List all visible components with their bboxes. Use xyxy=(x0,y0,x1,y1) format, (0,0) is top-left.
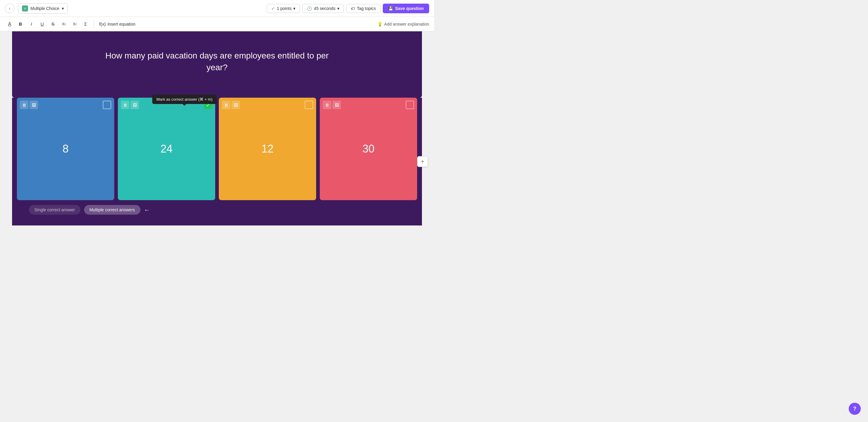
question-type-icon: ≡ xyxy=(22,5,28,11)
save-icon: 💾 xyxy=(388,6,393,11)
question-text[interactable]: How many paid vacation days are employee… xyxy=(96,50,338,73)
answers-area: Mark as correct answer (⌘ + m) 🗑 🖼 8 🗑 🖼 xyxy=(12,98,422,225)
toolbar-divider xyxy=(93,21,94,28)
tag-label: Tag topics xyxy=(357,6,376,11)
card-4-delete-button[interactable]: 🗑 xyxy=(323,101,331,109)
text-format-button[interactable]: A xyxy=(5,19,14,29)
question-type-label: Multiple Choice xyxy=(30,6,59,11)
answer-card-1-value: 8 xyxy=(62,143,68,155)
superscript-button[interactable]: X2 xyxy=(59,19,69,29)
strikethrough-button[interactable]: S xyxy=(48,19,58,29)
tag-icon: 🏷 xyxy=(351,6,355,11)
check-icon: ✓ xyxy=(271,6,275,11)
chevron-down-icon: ▾ xyxy=(337,6,339,11)
card-4-check-button[interactable] xyxy=(406,101,414,109)
card-2-actions: 🗑 🖼 xyxy=(121,101,139,109)
save-label: Save question xyxy=(395,6,424,11)
card-3-check-button[interactable] xyxy=(305,101,313,109)
card-1-image-button[interactable]: 🖼 xyxy=(30,101,38,109)
italic-button[interactable]: I xyxy=(27,19,36,29)
answer-card-3-value: 12 xyxy=(261,143,273,155)
subscript-button[interactable]: X2 xyxy=(70,19,80,29)
add-explanation-button[interactable]: 💡 Add answer explanation xyxy=(377,22,429,27)
card-1-delete-button[interactable]: 🗑 xyxy=(20,101,28,109)
tag-button[interactable]: 🏷 Tag topics xyxy=(346,4,380,13)
card-3-delete-button[interactable]: 🗑 xyxy=(222,101,230,109)
card-1-check-button[interactable] xyxy=(103,101,111,109)
equation-icon: f(x) xyxy=(99,21,106,27)
bold-button[interactable]: B xyxy=(16,19,25,29)
card-3-image-button[interactable]: 🖼 xyxy=(231,101,240,109)
answer-card-1[interactable]: 🗑 🖼 8 xyxy=(17,98,114,200)
card-2-delete-button[interactable]: 🗑 xyxy=(121,101,129,109)
back-button[interactable]: ‹ xyxy=(5,4,14,13)
card-2-image-button[interactable]: 🖼 xyxy=(130,101,139,109)
insert-equation-button[interactable]: f(x) Insert equation xyxy=(97,21,138,27)
time-label: 45 seconds xyxy=(314,6,336,11)
single-correct-button[interactable]: Single correct answer xyxy=(29,205,81,215)
card-3-actions: 🗑 🖼 xyxy=(222,101,240,109)
answer-card-4[interactable]: 🗑 🖼 30 xyxy=(320,98,417,200)
answer-card-2[interactable]: 🗑 🖼 ✓ 24 xyxy=(118,98,215,200)
lightbulb-icon: 💡 xyxy=(377,22,382,27)
sigma-button[interactable]: Σ xyxy=(81,19,90,29)
card-4-image-button[interactable]: 🖼 xyxy=(333,101,341,109)
chevron-down-icon: ▾ xyxy=(293,6,296,11)
points-button[interactable]: ✓ 1 points ▾ xyxy=(267,4,300,13)
chevron-down-icon: ▾ xyxy=(62,6,64,11)
card-4-actions: 🗑 🖼 xyxy=(323,101,341,109)
clock-icon: 🕐 xyxy=(307,6,312,11)
nav-right: ✓ 1 points ▾ 🕐 45 seconds ▾ 🏷 Tag topics… xyxy=(267,4,429,13)
card-1-actions: 🗑 🖼 xyxy=(20,101,38,109)
underline-button[interactable]: U xyxy=(37,19,47,29)
toolbar: A B I U S X2 X2 Σ f(x) Insert equation 💡… xyxy=(0,17,434,31)
answer-card-4-value: 30 xyxy=(362,143,374,155)
question-type-selector[interactable]: ≡ Multiple Choice ▾ xyxy=(18,3,68,13)
answer-card-3[interactable]: 🗑 🖼 12 xyxy=(219,98,316,200)
main-content: How many paid vacation days are employee… xyxy=(0,31,434,225)
question-area: How many paid vacation days are employee… xyxy=(12,31,422,98)
time-button[interactable]: 🕐 45 seconds ▾ xyxy=(302,4,344,13)
save-button[interactable]: 💾 Save question xyxy=(383,4,429,13)
tooltip: Mark as correct answer (⌘ + m) xyxy=(152,95,217,104)
multiple-correct-button[interactable]: Multiple correct answers xyxy=(84,205,141,215)
add-answer-button[interactable]: + xyxy=(417,156,428,167)
top-nav: ‹ ≡ Multiple Choice ▾ ✓ 1 points ▾ 🕐 45 … xyxy=(0,0,434,17)
answer-card-2-value: 24 xyxy=(160,143,173,155)
bottom-bar: Single correct answer Multiple correct a… xyxy=(24,200,410,219)
points-label: 1 points xyxy=(277,6,291,11)
answers-grid: 🗑 🖼 8 🗑 🖼 ✓ 24 🗑 🖼 xyxy=(12,98,422,200)
arrow-indicator: ← xyxy=(144,207,150,213)
tooltip-wrapper: Mark as correct answer (⌘ + m) xyxy=(152,95,217,104)
